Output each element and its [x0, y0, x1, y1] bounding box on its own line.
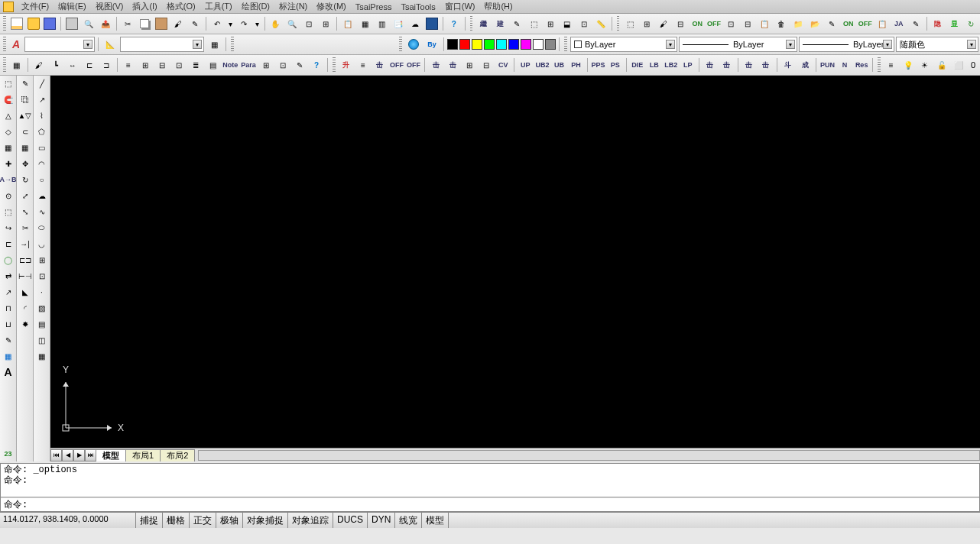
- tsai-tool-4[interactable]: ⬚: [526, 15, 541, 32]
- rotate-button[interactable]: ↻: [18, 172, 33, 187]
- offset-button[interactable]: ⊂: [18, 124, 33, 139]
- vtool-15[interactable]: ⊓: [1, 300, 16, 316]
- menu-tsaitools[interactable]: TsaiTools: [396, 2, 440, 12]
- menu-tsaipress[interactable]: TsaiPress: [351, 2, 397, 12]
- break-button[interactable]: ⊏⊐: [18, 252, 33, 267]
- tab-model[interactable]: 模型: [96, 449, 126, 461]
- tsai-grid-button[interactable]: ▦: [9, 57, 24, 73]
- mirror-button[interactable]: ▲▽: [18, 108, 33, 123]
- menu-dimension[interactable]: 标注(N): [274, 0, 312, 13]
- tsai-btn-help[interactable]: ?: [309, 57, 324, 73]
- hatch-button[interactable]: ▨: [34, 300, 50, 316]
- by-layer-icon[interactable]: By: [423, 36, 440, 53]
- tsai-tool-15[interactable]: 📋: [757, 15, 772, 32]
- pline-button[interactable]: ⌇: [34, 108, 50, 123]
- tsai-c-12[interactable]: 成: [797, 57, 813, 73]
- tsai-c-pun[interactable]: PUN: [819, 57, 836, 73]
- tab-last-button[interactable]: ⏭: [85, 449, 96, 461]
- table-button[interactable]: ▦: [34, 348, 50, 364]
- vtool-9[interactable]: ⬚: [1, 204, 16, 219]
- tsai-tool-11[interactable]: 🖌: [656, 15, 671, 32]
- redo-dd-button[interactable]: ▾: [253, 15, 261, 32]
- vtool-17[interactable]: ✎: [1, 332, 16, 348]
- layer-freeze-icon[interactable]: ☀: [917, 57, 933, 73]
- tsai-btn-b1[interactable]: ≡: [121, 57, 136, 73]
- tsai-btn-a5[interactable]: ⊐: [99, 57, 114, 73]
- layer-color-combo[interactable]: ByLayer▾: [570, 37, 677, 52]
- tsai-btn-note[interactable]: Note: [222, 57, 239, 73]
- tsai-c-6[interactable]: ⊟: [479, 57, 494, 73]
- vtool-5[interactable]: ▦: [1, 140, 16, 155]
- ellipse-arc-button[interactable]: ◡: [34, 236, 50, 251]
- redo-button[interactable]: ↷: [236, 15, 251, 32]
- tsai-btn-a1[interactable]: 🖌: [31, 57, 47, 73]
- toggle-dyn[interactable]: DYN: [368, 513, 395, 528]
- tsai-c-ph[interactable]: PH: [569, 57, 584, 73]
- color-white[interactable]: [533, 39, 544, 50]
- tsai-c-up[interactable]: UP: [518, 57, 533, 73]
- trim-button[interactable]: ✂: [18, 220, 33, 235]
- tsai-c-die[interactable]: DIE: [630, 57, 645, 73]
- explode-button[interactable]: ✸: [18, 316, 33, 332]
- tsai-tool-8[interactable]: 📏: [593, 15, 608, 32]
- toggle-snap[interactable]: 捕捉: [136, 513, 163, 528]
- command-history[interactable]: 命令: _options 命令:: [1, 464, 979, 497]
- vtool-3[interactable]: △: [1, 108, 16, 123]
- cut-button[interactable]: ✂: [120, 15, 135, 32]
- block-editor-button[interactable]: ✎: [187, 15, 203, 32]
- tsai-c-res[interactable]: Res: [854, 57, 869, 73]
- linetype-combo[interactable]: ByLayer▾: [679, 37, 797, 52]
- circle-button[interactable]: ○: [34, 172, 50, 187]
- vtool-12[interactable]: ◯: [1, 252, 16, 267]
- tab-prev-button[interactable]: ◀: [62, 449, 73, 461]
- tab-layout2[interactable]: 布局2: [160, 449, 195, 461]
- tsai-c-11[interactable]: 斗: [780, 57, 796, 73]
- save-button[interactable]: [43, 15, 58, 32]
- help-button[interactable]: ?: [446, 15, 462, 32]
- tool-palettes-button[interactable]: ▥: [374, 15, 389, 32]
- toolbar-grip[interactable]: [617, 16, 620, 31]
- vtool-6[interactable]: ✚: [1, 156, 16, 171]
- drawing-area[interactable]: X Y: [50, 76, 980, 448]
- tsai-tool-18[interactable]: 📂: [807, 15, 823, 32]
- xline-button[interactable]: ↗: [34, 92, 50, 107]
- pan-button[interactable]: ✋: [268, 15, 283, 32]
- publish-button[interactable]: 📤: [98, 15, 113, 32]
- make-block-button[interactable]: ⊡: [34, 268, 50, 283]
- layer-bulb-icon[interactable]: 💡: [900, 57, 916, 73]
- vtool-16[interactable]: ⊔: [1, 316, 16, 332]
- toggle-lwt[interactable]: 线宽: [395, 513, 422, 528]
- arc-button[interactable]: ◠: [34, 156, 50, 171]
- menu-tools[interactable]: 工具(T): [200, 0, 237, 13]
- zoom-window-button[interactable]: ⊡: [301, 15, 316, 32]
- tsai-btn-b3[interactable]: ⊟: [154, 57, 170, 73]
- vtool-13[interactable]: ⇄: [1, 268, 16, 283]
- tsai-c-5[interactable]: ⊞: [462, 57, 477, 73]
- new-button[interactable]: [9, 15, 24, 32]
- revcloud-button[interactable]: ☁: [34, 188, 50, 203]
- tsai-tool-12[interactable]: ⊟: [673, 15, 688, 32]
- vtool-8[interactable]: ⊙: [1, 188, 16, 203]
- tsai-tool-off[interactable]: OFF: [706, 15, 722, 32]
- undo-dd-button[interactable]: ▾: [226, 15, 235, 32]
- paste-button[interactable]: [154, 15, 169, 32]
- status-coordinates[interactable]: 114.0127, 938.1409, 0.0000: [0, 513, 136, 528]
- tsai-c-10[interactable]: 击: [758, 57, 774, 73]
- stretch-button[interactable]: ⤡: [18, 204, 33, 219]
- tsai-c-ub2[interactable]: UB2: [534, 57, 550, 73]
- toolbar-grip[interactable]: [333, 57, 336, 73]
- tsai-tool-16[interactable]: 🗑: [774, 15, 789, 32]
- color-green[interactable]: [484, 39, 495, 50]
- zoom-rt-button[interactable]: 🔍: [284, 15, 300, 32]
- open-button[interactable]: [26, 15, 41, 32]
- tsai-btn-a2[interactable]: ┗: [48, 57, 63, 73]
- menu-window[interactable]: 窗口(W): [440, 0, 480, 13]
- vtool-num[interactable]: 23: [1, 446, 16, 461]
- rectangle-button[interactable]: ▭: [34, 140, 50, 155]
- tsai-btn-a4[interactable]: ⊏: [82, 57, 97, 73]
- sheet-set-button[interactable]: 📑: [391, 15, 406, 32]
- tsai-btn-b5[interactable]: ≣: [188, 57, 203, 73]
- tsai-c-lb[interactable]: LB: [647, 57, 662, 73]
- tsai-tool-7[interactable]: ⊡: [576, 15, 592, 32]
- menu-help[interactable]: 帮助(H): [479, 0, 517, 13]
